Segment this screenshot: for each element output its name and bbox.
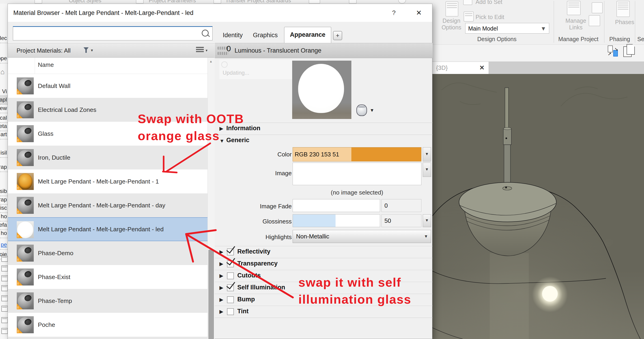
color-dropdown-button[interactable]: ▼ (423, 147, 431, 161)
tab-appearance[interactable]: Appearance (284, 27, 331, 43)
ribbon-item-object-styles[interactable]: Object Styles (69, 0, 101, 4)
name-column-header[interactable]: Name (38, 61, 54, 69)
material-swatch (17, 245, 34, 262)
add-to-set-button[interactable]: Add to Set (476, 0, 502, 5)
dialog-titlebar[interactable]: Material Browser - Melt Large Pendant - … (8, 4, 432, 22)
material-row[interactable]: Melt Large Pendant - Melt-Large-Pendant … (8, 217, 208, 241)
browser-icon (2, 328, 8, 334)
3d-viewport[interactable] (432, 74, 644, 339)
material-row[interactable]: Melt Large Pendant - Melt-Large-Pendant … (8, 170, 208, 193)
view-tab-3d[interactable]: {3D} ✕ (432, 62, 489, 74)
filter-icon[interactable] (84, 47, 88, 51)
close-button[interactable]: ✕ (411, 4, 427, 22)
material-row[interactable]: Default Wall (8, 74, 208, 98)
highlights-value: Non-Metallic (296, 233, 329, 240)
material-swatch (17, 125, 34, 142)
manage-links-button[interactable]: Manage Links (563, 18, 588, 31)
list-header[interactable]: Name (8, 58, 208, 74)
scroll-up-icon[interactable]: ▲ (209, 60, 212, 63)
annotation-text: illumination glass (298, 292, 411, 306)
material-preview (292, 61, 352, 119)
material-swatch (17, 221, 34, 238)
expander-icon[interactable]: ▶ (220, 297, 223, 303)
glossiness-slider[interactable] (292, 214, 380, 227)
image-label: Image (237, 170, 292, 177)
subsection-transparency[interactable]: ▶Transparency (215, 258, 432, 270)
search-input[interactable] (14, 28, 197, 39)
expander-icon[interactable]: ▶ (220, 261, 223, 267)
replace-asset-icon[interactable]: ➘➚ (608, 45, 619, 57)
material-row[interactable] (8, 337, 208, 339)
phases-button[interactable]: Phases (615, 19, 631, 26)
divider (215, 318, 432, 318)
material-swatch (17, 101, 34, 118)
scrollbar-thumb[interactable] (208, 250, 214, 339)
divider (0, 249, 8, 250)
add-tab-button[interactable]: + (333, 31, 342, 40)
section-information[interactable]: ▶ Information (215, 123, 432, 135)
active-design-option-select[interactable]: Main Model ▼ (465, 23, 549, 34)
image-dropdown-button[interactable]: ▼ (423, 163, 431, 177)
material-row[interactable]: Melt Large Pendant - Melt-Large-Pendant … (8, 193, 208, 217)
section-label: Generic (226, 137, 250, 144)
material-row[interactable]: Phase-Temp (8, 289, 208, 313)
preview-sphere (298, 64, 344, 113)
chevron-down-icon[interactable]: ▾ (91, 48, 93, 53)
material-list-scrollbar[interactable]: ▲ (208, 58, 214, 339)
divider (0, 238, 8, 238)
design-options-button[interactable]: Design Options (439, 18, 464, 31)
material-name: Melt Large Pendant - Melt-Large-Pendant … (38, 170, 159, 193)
glossiness-value[interactable]: 50 (382, 214, 422, 227)
palette-text-fragment: elec (0, 35, 7, 41)
checkbox[interactable] (227, 272, 234, 279)
image-fade-slider[interactable] (292, 199, 380, 212)
material-swatch (17, 77, 34, 94)
palette-text-fragment: Grap (0, 196, 7, 203)
ribbon-extra-icon (398, 0, 406, 4)
expander-icon[interactable]: ▶ (220, 273, 223, 279)
image-fade-value[interactable]: 0 (382, 199, 422, 212)
close-icon[interactable]: ✕ (479, 64, 484, 72)
expander-icon[interactable]: ▶ (220, 249, 223, 255)
checkbox[interactable] (227, 296, 234, 303)
subsection-label: Transparency (237, 260, 278, 267)
color-swatch[interactable]: RGB 230 153 51 (292, 147, 422, 161)
help-button[interactable]: ? (387, 4, 401, 22)
ribbon-item-transfer-standards[interactable]: Transfer Project Standards (226, 0, 291, 4)
ribbon-item-project-parameters[interactable]: Project Parameters (149, 0, 196, 4)
section-generic[interactable]: ▼ Generic (215, 135, 432, 147)
chevron-down-icon[interactable]: ▾ (206, 48, 208, 53)
material-row[interactable]: Phase-Demo (8, 241, 208, 265)
expander-icon[interactable]: ▼ (220, 138, 224, 144)
project-parameters-icon (136, 0, 144, 4)
image-slot[interactable] (292, 163, 422, 185)
duplicate-asset-icon[interactable] (623, 44, 635, 57)
ribbon-extra-icon (349, 0, 357, 4)
material-row[interactable]: Poche (8, 313, 208, 337)
list-view-icon[interactable] (196, 47, 204, 54)
expander-icon[interactable]: ▶ (220, 285, 223, 291)
group-label-manage-project: Manage Project (556, 36, 601, 43)
tab-graphics[interactable]: Graphics (252, 27, 279, 43)
asset-name: Luminous - Translucent Orange (234, 43, 321, 58)
subsection-label: Self Illumination (237, 284, 285, 291)
active-design-option-value: Main Model (468, 25, 498, 32)
material-row[interactable]: Phase-Exist (8, 265, 208, 289)
expander-icon[interactable]: ▶ (220, 309, 223, 315)
search-icon[interactable] (202, 30, 208, 37)
palette-text-fragment: rap (0, 164, 7, 170)
pick-to-edit-button[interactable]: Pick to Edit (476, 14, 504, 21)
subsection-reflectivity[interactable]: ▶Reflectivity (215, 246, 432, 258)
tab-identity[interactable]: Identity (220, 27, 245, 43)
material-row[interactable]: Iron, Ductile (8, 146, 208, 170)
preview-scene-icon[interactable] (356, 105, 367, 116)
checkbox[interactable] (227, 308, 234, 315)
chevron-down-icon[interactable]: ▼ (370, 108, 374, 113)
transfer-standards-icon (214, 0, 221, 4)
subsection-label: Bump (237, 296, 255, 303)
highlights-select[interactable]: Non-Metallic ▼ (292, 230, 431, 243)
glossiness-dropdown-button[interactable]: ▼ (423, 214, 431, 227)
subsection-tint[interactable]: ▶Tint (215, 306, 432, 318)
expander-icon[interactable]: ▶ (220, 126, 223, 132)
palette-text-fragment: pe (0, 241, 7, 248)
